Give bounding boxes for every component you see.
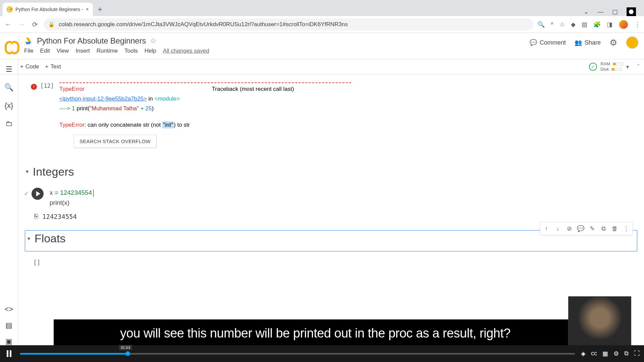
comment-button[interactable]: 💬 Comment <box>530 39 566 46</box>
chrome-menu-icon[interactable]: ⋮ <box>635 21 641 28</box>
minimize-icon[interactable]: — <box>597 8 603 15</box>
cell-status-dots: ⋮ <box>25 197 28 201</box>
player-icon-3[interactable]: ▦ <box>602 350 608 357</box>
more-icon[interactable]: ⋮ <box>621 224 631 234</box>
fullscreen-icon[interactable]: ⛶ <box>634 350 640 357</box>
section-floats[interactable]: ↑ ↓ ⊘ 💬 ✎ ⧉ 🗑 ⋮ ▼ Floats <box>25 230 637 251</box>
drive-icon <box>24 38 33 46</box>
code-cell-integers[interactable]: ✓ ⋮ x = 124234554 print(x) ⎘ 124234554 <box>25 188 637 221</box>
toc-icon[interactable]: ☰ <box>6 65 12 74</box>
progress-bar[interactable]: 01:53 <box>20 353 575 355</box>
section-title: Integers <box>33 165 74 178</box>
run-cell-button[interactable] <box>32 188 44 200</box>
maximize-icon[interactable]: ▢ <box>612 8 618 15</box>
menu-file[interactable]: File <box>24 48 33 54</box>
player-icon-1[interactable]: ◈ <box>581 350 586 357</box>
move-up-icon[interactable]: ↑ <box>541 224 551 234</box>
browser-toolbar: ← → ⟳ 🔒 colab.research.google.com/drive/… <box>0 16 644 33</box>
colab-favicon <box>7 6 13 12</box>
zoom-icon[interactable]: 🔍 <box>537 21 545 28</box>
menu-view[interactable]: View <box>57 48 69 54</box>
code-snippets-icon[interactable]: <> <box>5 305 13 314</box>
menu-bar: File Edit View Insert Runtime Tools Help… <box>24 48 525 54</box>
output-text: 124234554 <box>42 213 77 220</box>
command-palette-icon[interactable]: ▤ <box>5 321 12 330</box>
text-cursor <box>93 189 94 197</box>
add-code-button[interactable]: + Code <box>20 63 39 70</box>
user-avatar[interactable] <box>626 36 639 49</box>
notebook-area: ! [12] TypeErrorTraceback (most recent c… <box>18 82 644 351</box>
document-title[interactable]: Python For Absolute Beginners <box>37 36 146 46</box>
video-caption: you will see this number will be printed… <box>54 319 577 347</box>
profile-avatar[interactable] <box>619 19 629 29</box>
cell-toolbar: ↑ ↓ ⊘ 💬 ✎ ⧉ 🗑 ⋮ <box>540 222 633 235</box>
colab-logo-icon[interactable] <box>5 38 19 53</box>
tab-title: Python For Absolute Beginners - <box>15 7 83 12</box>
comment-cell-icon[interactable]: 💬 <box>576 224 586 234</box>
window-controls: ⌄ — ▢ ⬣ <box>578 7 641 16</box>
section-integers[interactable]: ▼ Integers <box>25 165 637 178</box>
files-icon[interactable]: 🗀 <box>5 119 13 128</box>
cell-output: ⎘ 124234554 <box>25 208 637 220</box>
reload-button[interactable]: ⟳ <box>30 20 40 29</box>
close-tab-icon[interactable]: × <box>86 6 89 12</box>
extensions-icon[interactable]: 🧩 <box>593 21 601 28</box>
edit-icon[interactable]: ✎ <box>587 224 597 234</box>
extension2-icon[interactable]: ▧ <box>582 21 587 28</box>
menu-runtime[interactable]: Runtime <box>97 48 118 54</box>
browser-tab[interactable]: Python For Absolute Beginners - × <box>3 3 93 16</box>
delete-icon[interactable]: 🗑 <box>610 224 620 234</box>
sidepanel-icon[interactable]: ◨ <box>607 21 612 28</box>
pause-button[interactable] <box>4 349 14 359</box>
presenter-video <box>568 296 631 350</box>
colab-header: Python For Absolute Beginners ☆ File Edi… <box>0 33 644 59</box>
tab-search-icon[interactable]: ⌄ <box>584 8 589 15</box>
menu-tools[interactable]: Tools <box>124 48 138 54</box>
mirror-icon[interactable]: ⧉ <box>598 224 608 234</box>
cell-prompt: [ ] <box>34 258 40 265</box>
address-bar[interactable]: 🔒 colab.research.google.com/drive/1mCJta… <box>44 18 533 31</box>
section-title: Floats <box>35 232 66 245</box>
bookmark-icon[interactable]: ☆ <box>559 21 565 28</box>
player-settings-icon[interactable]: ⚙ <box>613 350 619 357</box>
time-tooltip: 01:53 <box>119 345 132 350</box>
extension1-icon[interactable]: ◆ <box>571 21 576 28</box>
executed-check-icon: ✓ <box>24 190 29 197</box>
runtime-dropdown-icon[interactable]: ▾ <box>626 64 629 70</box>
collapse-icon[interactable]: ˆ <box>638 64 639 70</box>
video-player-controls: 01:53 ◈ cc ▦ ⚙ ⧉ ⛶ <box>0 345 644 362</box>
link-icon[interactable]: ⊘ <box>564 224 574 234</box>
search-stackoverflow-button[interactable]: SEARCH STACK OVERFLOW <box>74 135 156 148</box>
new-tab-button[interactable]: + <box>93 3 107 16</box>
lock-icon: 🔒 <box>48 21 55 27</box>
notebook-action-bar: + Code + Text ✓ RAM Disk ▾ ˆ <box>0 59 644 74</box>
search-icon[interactable]: 🔍 <box>4 83 13 92</box>
close-window-icon[interactable]: ⬣ <box>627 7 636 16</box>
collapse-arrow-icon[interactable]: ▼ <box>26 236 31 241</box>
terminal-icon[interactable]: ▣ <box>5 337 12 346</box>
menu-insert[interactable]: Insert <box>75 48 90 54</box>
move-down-icon[interactable]: ↓ <box>553 224 563 234</box>
menu-help[interactable]: Help <box>145 48 156 54</box>
browser-tab-strip: Python For Absolute Beginners - × + ⌄ — … <box>0 0 644 16</box>
cell-prompt: [12] <box>40 82 54 89</box>
left-sidebar: ☰ 🔍 {x} 🗀 <> ▤ ▣ <box>0 59 18 351</box>
translate-icon[interactable]: ᴬ <box>551 21 553 28</box>
pip-icon[interactable]: ⧉ <box>624 350 629 357</box>
url-text: colab.research.google.com/drive/1mCJta3V… <box>59 21 348 28</box>
connected-check-icon: ✓ <box>589 63 597 71</box>
add-text-button[interactable]: + Text <box>45 63 61 70</box>
collapse-arrow-icon[interactable]: ▼ <box>25 169 30 174</box>
empty-code-cell[interactable]: [ ] <box>25 258 637 266</box>
output-icon[interactable]: ⎘ <box>34 213 38 220</box>
settings-icon[interactable]: ⚙ <box>609 38 617 48</box>
share-button[interactable]: 👥 Share <box>575 39 601 46</box>
save-status: All changes saved <box>163 48 209 54</box>
cc-icon[interactable]: cc <box>591 350 597 357</box>
menu-edit[interactable]: Edit <box>40 48 50 54</box>
star-icon[interactable]: ☆ <box>150 37 157 45</box>
variables-icon[interactable]: {x} <box>5 101 13 110</box>
back-button[interactable]: ← <box>3 20 13 29</box>
runtime-indicator[interactable]: ✓ RAM Disk ▾ ˆ <box>589 61 639 72</box>
forward-button: → <box>17 20 26 29</box>
